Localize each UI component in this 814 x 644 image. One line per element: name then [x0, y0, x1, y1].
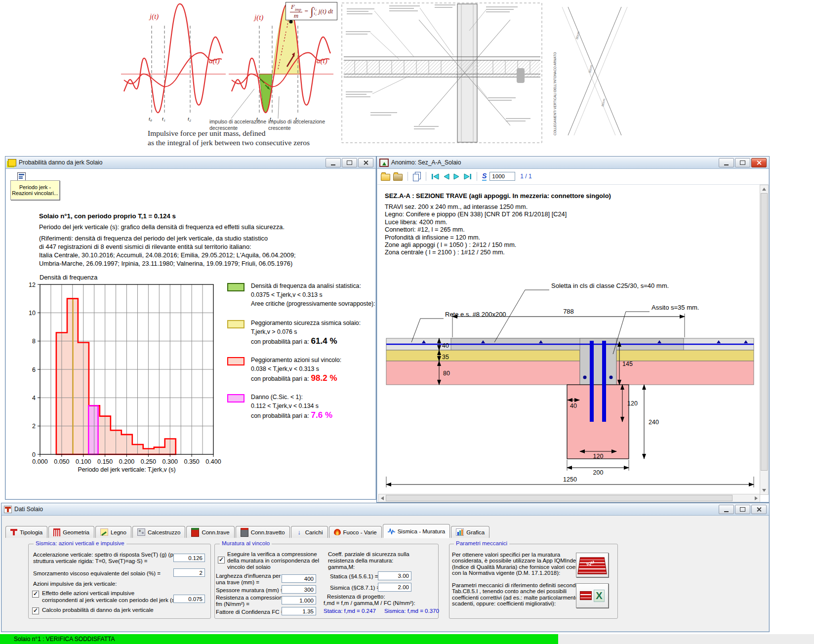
effetto-label: Effetto delle azioni verticali impulsive: [42, 590, 134, 596]
a-label: a(t): [209, 57, 220, 65]
close-button[interactable]: [751, 158, 767, 167]
chart-xaxis-title: Periodo del jerk verticale: T,jerk,v (s): [40, 466, 213, 473]
effetto-checkbox[interactable]: [32, 591, 39, 598]
periodo-jerk-button[interactable]: Periodo jerk - Reazioni vincolari...: [10, 180, 60, 200]
legend-swatch-green: [227, 283, 244, 291]
legend-text: 0.112 < T,jerk,v < 0.134 s: [251, 402, 319, 409]
copy-icon[interactable]: [413, 174, 419, 181]
parametri-paragraph-1: Per ottenere valori specifici per la mur…: [452, 552, 586, 576]
legend-text: 0.0375 < T,jerk,v < 0.313 s: [251, 291, 323, 298]
dim-80-layer: 80: [443, 370, 450, 377]
tab-carichi[interactable]: ↓Carichi: [291, 526, 328, 538]
legend-text: Danno (C.Sic. < 1):: [251, 394, 303, 401]
sismica-input[interactable]: [378, 583, 411, 592]
report-references: (Riferimenti: densità di frequenza del p…: [39, 234, 296, 268]
first-page-icon[interactable]: [431, 173, 440, 180]
vertical-scrollbar[interactable]: [760, 185, 769, 495]
t1-label: t₁: [162, 116, 165, 121]
left-window-titlebar[interactable]: Probabilità danno da jerk Solaio: [5, 157, 376, 169]
accel-input[interactable]: [173, 554, 205, 562]
window-dati-solaio: Dati Solaio Tipologia Geometria Legno Ca…: [1, 503, 770, 632]
tab-conn-trave[interactable]: Conn.trave: [186, 526, 234, 538]
legend-probability: con probabilità pari a:7.6 %: [251, 410, 332, 420]
statica-input[interactable]: [378, 571, 411, 580]
maximize-button[interactable]: [735, 505, 750, 514]
sismica-label: Sismica (§C8.7.1) =: [330, 585, 380, 591]
effetto-label2: corrispondenti al jerk verticale con per…: [42, 597, 181, 603]
refresh-scale-icon[interactable]: S: [482, 172, 487, 181]
horizontal-scrollbar[interactable]: [378, 494, 760, 502]
next-page-icon[interactable]: [453, 173, 460, 180]
maximize-button[interactable]: [342, 158, 357, 167]
tab-c85-excel-button[interactable]: X: [576, 583, 609, 608]
page-indicator: 1 / 1: [520, 173, 531, 180]
right-window-titlebar[interactable]: Anonimo: Sez_A-A_Solaio: [377, 157, 769, 169]
right-window-icon: [379, 159, 389, 167]
iqm-app-button[interactable]: IQM: [576, 553, 609, 577]
larghezza-input[interactable]: [282, 574, 316, 583]
scale-input[interactable]: [489, 172, 515, 181]
calcolo-label: Calcolo probabilità di danno da jerk ver…: [42, 607, 154, 613]
soletta-label: Soletta in cls di classe C25/30, s=40 mm…: [551, 282, 669, 289]
maximize-button[interactable]: [735, 158, 750, 167]
coeff-label: Coeff. parziale di sicurezza sulla: [328, 551, 409, 557]
periodo-jerk-input[interactable]: [173, 595, 205, 603]
legend-text: Aree critiche (progressivamente sovrappo…: [251, 300, 375, 307]
dim-120-embed: 120: [627, 400, 638, 407]
smorzamento-input[interactable]: [173, 568, 205, 577]
svg-text:8: 8: [32, 338, 36, 345]
folder-closed-icon[interactable]: [393, 174, 403, 181]
svg-text:12: 12: [29, 282, 36, 288]
statica-label: Statica (§4.5.6.1) =: [330, 573, 378, 579]
prev-page-icon[interactable]: [443, 173, 450, 180]
minimize-button[interactable]: [719, 158, 734, 167]
larghezza-label: Larghezza d'influenza per: [216, 573, 281, 579]
left-window-icon: [8, 159, 16, 166]
calcolo-checkbox[interactable]: [32, 607, 39, 614]
tab-fuoco-varie[interactable]: Fuoco - Varie: [329, 526, 382, 538]
legend-probability: con probabilità pari a:61.4 %: [251, 336, 337, 346]
formula-fmd-label: f,md = f,m / gamma,M / FC (N/mm²):: [324, 600, 415, 606]
azioni-impulsive-label: Azioni impulsive da jerk verticale:: [33, 581, 117, 587]
sismica-result: Sismica: f,md = 0.370: [384, 608, 439, 614]
cad-detail-drawing: COLLEGAMENTI VERTICALI DELL'INTONACO ARM…: [340, 1, 641, 145]
t2-label: t₂: [188, 116, 191, 121]
tab-geometria[interactable]: Geometria: [48, 526, 94, 538]
verifica-checkbox[interactable]: [218, 557, 225, 564]
dati-window-title: Dati Solaio: [14, 506, 43, 513]
dim-40-offset: 40: [570, 402, 577, 409]
svg-text:0.300: 0.300: [163, 458, 178, 465]
minimize-button[interactable]: [719, 505, 734, 514]
tab-conn-travetto[interactable]: Conn.travetto: [236, 526, 290, 538]
report-icon[interactable]: [17, 172, 26, 181]
frequency-density-chart: 0.0000.0500.1000.1500.2000.2500.3000.350…: [18, 279, 228, 474]
progetto-label: Resistenza di progetto:: [327, 594, 385, 600]
open-icon[interactable]: [381, 174, 390, 181]
coeff-label2: resistenza della muratura:: [328, 558, 393, 564]
accel-label: Accelerazione verticale: spettro di risp…: [33, 552, 178, 558]
dati-window-titlebar[interactable]: Dati Solaio: [1, 503, 769, 516]
report-heading: Solaio n°1, con periodo proprio T,1 = 0.…: [39, 212, 176, 220]
tab-legno[interactable]: Legno: [95, 526, 131, 538]
last-page-icon[interactable]: [463, 173, 472, 180]
tab-calcestruzzo[interactable]: Calcestruzzo: [132, 526, 185, 538]
tab-sismica-muratura[interactable]: Sismica - Muratura: [383, 524, 450, 538]
assito-label: Assito s=35 mm.: [651, 304, 699, 311]
fattore-input[interactable]: [282, 607, 316, 615]
minimize-button[interactable]: [326, 158, 341, 167]
tab-grafica[interactable]: Grafica: [451, 526, 489, 538]
resistenza-input[interactable]: [282, 596, 316, 604]
tipologia-icon: [10, 529, 17, 535]
fattore-label: Fattore di Confidenza FC =: [216, 609, 284, 615]
resistenza-label2: fm (N/mm²) =: [216, 601, 249, 607]
beam-section-drawing: 788 40 35 80 145 40 120 240 120 200 1250: [381, 275, 759, 490]
right-window-title: Anonimo: Sez_A-A_Solaio: [391, 159, 461, 166]
coeff-label3: gamma,M:: [328, 564, 355, 570]
close-button[interactable]: [358, 158, 373, 167]
legend-text: 0.038 < T,jerk,v < 0.313 s: [251, 365, 319, 372]
tab-tipologia[interactable]: Tipologia: [5, 526, 47, 538]
close-button[interactable]: [751, 505, 767, 514]
svg-text:0.200: 0.200: [119, 458, 134, 465]
cad-dim-80cm: 80cm: [601, 98, 606, 107]
spessore-input[interactable]: [282, 585, 316, 594]
